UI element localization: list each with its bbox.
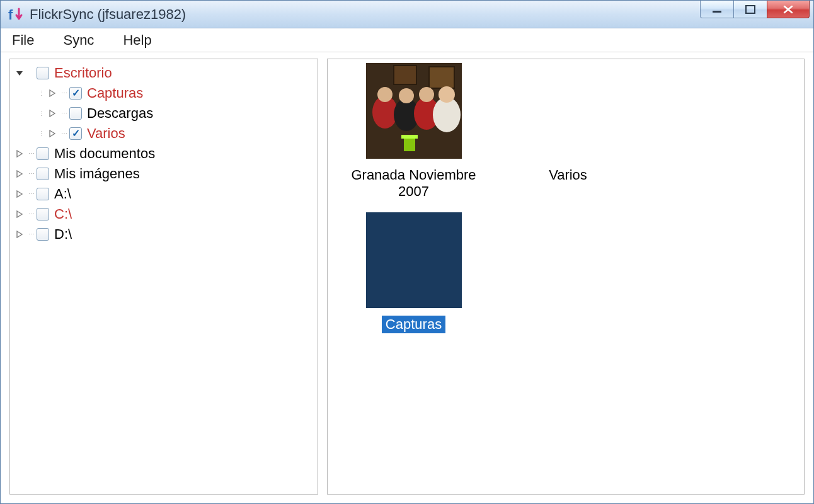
thumbnail-item[interactable]: Granada Noviembre 2007	[336, 63, 491, 201]
thumbnail-item[interactable]: Capturas	[336, 212, 491, 333]
tree-node-mis-documentos[interactable]: ⋯ Mis documentos	[14, 144, 314, 164]
expander-icon[interactable]	[14, 67, 25, 79]
tree-dots: ⋮	[38, 130, 45, 137]
app-icon: f	[7, 6, 25, 23]
expander-icon[interactable]	[47, 88, 58, 99]
menu-help[interactable]: Help	[119, 30, 155, 51]
menu-bar: File Sync Help	[1, 28, 813, 52]
checkbox[interactable]	[37, 67, 49, 79]
checkbox[interactable]	[69, 87, 82, 100]
checkbox[interactable]	[69, 127, 82, 140]
svg-rect-1	[713, 11, 721, 13]
window-controls	[701, 1, 810, 18]
folder-tree-panel: Escritorio ⋮ ⋯ Capturas ⋮ ⋯ Descargas	[9, 59, 318, 495]
tree-dots: ⋯	[60, 110, 68, 117]
thumbnail-label[interactable]: Granada Noviembre 2007	[336, 166, 491, 201]
svg-point-11	[419, 87, 434, 102]
tree-label[interactable]: Mis imágenes	[54, 166, 140, 182]
svg-point-7	[377, 87, 393, 102]
minimize-button[interactable]	[700, 1, 734, 18]
thumbnail-image[interactable]	[366, 212, 462, 308]
tree-dots: ⋯	[28, 231, 35, 238]
tree-node-a-drive[interactable]: ⋯ A:\	[14, 184, 314, 204]
svg-text:f: f	[8, 7, 13, 23]
tree-node-descargas[interactable]: ⋮ ⋯ Descargas	[14, 103, 314, 123]
expander-icon[interactable]	[14, 229, 25, 240]
svg-rect-16	[366, 151, 462, 159]
thumbnail-label[interactable]: Capturas	[382, 316, 445, 333]
checkbox[interactable]	[37, 228, 49, 241]
checkbox[interactable]	[37, 147, 49, 160]
checkbox[interactable]	[37, 168, 49, 180]
tree-label[interactable]: Descargas	[87, 105, 153, 122]
svg-point-9	[399, 88, 414, 103]
tree-node-capturas[interactable]: ⋮ ⋯ Capturas	[14, 83, 314, 103]
svg-rect-2	[746, 6, 755, 13]
tree-node-escritorio[interactable]: Escritorio	[14, 63, 314, 83]
close-button[interactable]	[767, 1, 810, 18]
thumbnail-image[interactable]	[366, 63, 462, 159]
svg-rect-4	[429, 67, 454, 88]
tree-dots: ⋯	[28, 211, 35, 217]
maximize-button[interactable]	[733, 1, 767, 18]
thumbnail-image[interactable]	[520, 63, 616, 159]
expander-icon[interactable]	[47, 128, 58, 139]
tree-dots: ⋯	[60, 130, 68, 137]
menu-file[interactable]: File	[8, 30, 38, 51]
tree-dots: ⋯	[60, 90, 68, 96]
tree-label[interactable]: C:\	[54, 206, 72, 222]
tree-node-c-drive[interactable]: ⋯ C:\	[14, 204, 314, 224]
title-bar: f FlickrSync (jfsuarez1982)	[1, 1, 813, 28]
svg-point-13	[439, 86, 455, 103]
svg-rect-14	[404, 137, 415, 151]
tree-label[interactable]: Escritorio	[54, 65, 112, 81]
tree-node-d-drive[interactable]: ⋯ D:\	[14, 224, 314, 244]
tree-dots: ⋮	[38, 90, 45, 96]
thumbnail-grid: Granada Noviembre 2007 Varios Capturas	[336, 63, 795, 345]
menu-sync[interactable]: Sync	[59, 30, 98, 51]
tree-label[interactable]: A:\	[54, 186, 71, 202]
checkbox[interactable]	[69, 107, 82, 120]
svg-rect-5	[394, 66, 416, 84]
expander-icon[interactable]	[47, 108, 58, 119]
thumbnail-item[interactable]: Varios	[491, 63, 645, 201]
tree-dots: ⋮	[38, 110, 45, 117]
expander-icon[interactable]	[14, 168, 25, 180]
checkbox[interactable]	[37, 208, 49, 220]
folder-tree: Escritorio ⋮ ⋯ Capturas ⋮ ⋯ Descargas	[14, 63, 314, 244]
tree-dots: ⋯	[28, 151, 35, 157]
checkbox[interactable]	[37, 188, 49, 200]
tree-label[interactable]: Mis documentos	[54, 146, 155, 162]
thumbnail-panel: Granada Noviembre 2007 Varios Capturas	[327, 59, 805, 495]
tree-label[interactable]: D:\	[54, 226, 72, 243]
tree-node-varios[interactable]: ⋮ ⋯ Varios	[14, 123, 314, 144]
expander-icon[interactable]	[14, 209, 25, 220]
expander-icon[interactable]	[14, 188, 25, 200]
expander-icon[interactable]	[14, 148, 25, 159]
client-area: Escritorio ⋮ ⋯ Capturas ⋮ ⋯ Descargas	[1, 52, 813, 503]
tree-dots: ⋯	[28, 191, 35, 197]
svg-rect-15	[401, 135, 418, 139]
tree-label[interactable]: Varios	[87, 125, 125, 142]
tree-dots: ⋯	[28, 171, 35, 177]
tree-label[interactable]: Capturas	[87, 85, 143, 101]
window-title: FlickrSync (jfsuarez1982)	[30, 6, 186, 23]
tree-node-mis-imagenes[interactable]: ⋯ Mis imágenes	[14, 164, 314, 184]
thumbnail-label[interactable]: Varios	[545, 166, 591, 184]
